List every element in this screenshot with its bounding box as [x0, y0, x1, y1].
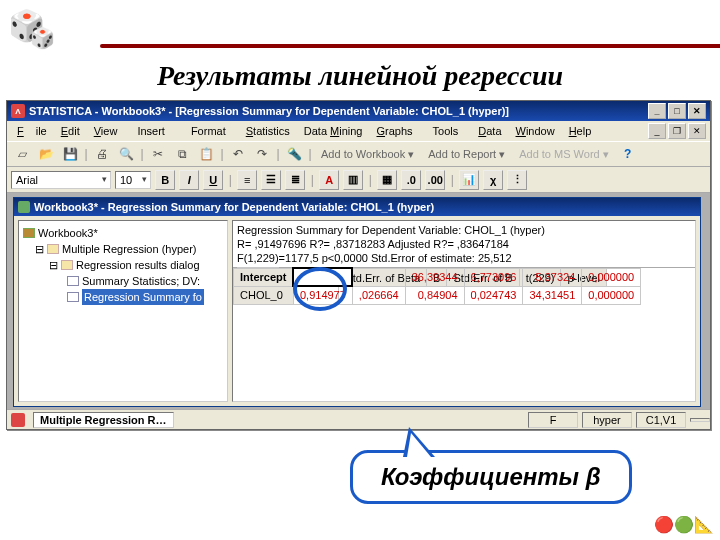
- results-header: Regression Summary for Dependent Variabl…: [233, 221, 695, 268]
- title-rule: [100, 44, 720, 48]
- fontcolor-button[interactable]: A: [319, 170, 339, 190]
- decimals-dec-button[interactable]: .00: [425, 170, 445, 190]
- help-icon[interactable]: ?: [617, 143, 639, 165]
- tree-root[interactable]: Workbook3*: [38, 225, 98, 241]
- corner-decoration: 🔴🟢📐: [654, 515, 714, 534]
- new-icon[interactable]: ▱: [11, 143, 33, 165]
- cell-b-intercept[interactable]: 36,39344: [405, 268, 464, 286]
- cases-icon[interactable]: ⋮: [507, 170, 527, 190]
- menubar: File Edit View Insert Format Statistics …: [7, 121, 710, 141]
- preview-icon[interactable]: 🔍: [115, 143, 137, 165]
- format-toolbar: Arial 10 B I U | ≡ ☰ ≣ | A ▥ | ▦ .0 .00 …: [7, 167, 710, 193]
- cut-icon[interactable]: ✂: [147, 143, 169, 165]
- align-center-button[interactable]: ☰: [261, 170, 281, 190]
- row-intercept-hdr[interactable]: Intercept: [234, 268, 294, 286]
- copy-icon[interactable]: ⧉: [171, 143, 193, 165]
- summary-line-2: R= ,91497696 R?= ,83718283 Adjusted R?= …: [237, 237, 691, 251]
- menu-window[interactable]: Window: [510, 123, 561, 139]
- print-icon[interactable]: 🖨: [91, 143, 113, 165]
- menu-file[interactable]: File: [11, 123, 53, 139]
- tree-multiple-regression[interactable]: Multiple Regression (hyper): [62, 241, 197, 257]
- undo-icon[interactable]: ↶: [227, 143, 249, 165]
- minimize-button[interactable]: _: [648, 103, 666, 119]
- tree-regression-summary[interactable]: Regression Summary fo: [82, 289, 204, 305]
- paste-icon[interactable]: 📋: [195, 143, 217, 165]
- menu-graphs[interactable]: Graphs: [370, 123, 418, 139]
- status-empty: [690, 418, 710, 422]
- row-chol0-hdr[interactable]: CHOL_0: [234, 286, 294, 304]
- tree-results-dialog[interactable]: Regression results dialog: [76, 257, 200, 273]
- add-report-dropdown[interactable]: Add to Report ▾: [422, 148, 511, 161]
- maximize-button[interactable]: □: [668, 103, 686, 119]
- cell-p-chol0[interactable]: 0,000000: [582, 286, 641, 304]
- results-grid-body[interactable]: Intercept 36,39344 6,773096 5,37324 0,00…: [233, 267, 641, 305]
- mdi-area: Workbook3* - Regression Summary for Depe…: [7, 193, 710, 409]
- cell-t-intercept[interactable]: 5,37324: [523, 268, 582, 286]
- mdi-close-button[interactable]: ✕: [688, 123, 706, 139]
- workbook-icon: [18, 201, 30, 213]
- dice-decoration-2: 🎲: [30, 26, 55, 50]
- italic-button[interactable]: I: [179, 170, 199, 190]
- decimals-inc-button[interactable]: .0: [401, 170, 421, 190]
- slide-title: Результаты линейной регрессии: [0, 60, 720, 92]
- results-pane: Regression Summary for Dependent Variabl…: [232, 220, 696, 402]
- vars-icon[interactable]: χ: [483, 170, 503, 190]
- summary-line-3: F(1,229)=1177,5 p<0,0000 Std.Error of es…: [237, 251, 691, 265]
- child-titlebar: Workbook3* - Regression Summary for Depe…: [14, 198, 700, 216]
- cell-beta-chol0[interactable]: 0,914977: [293, 286, 352, 304]
- chart-icon[interactable]: 📊: [459, 170, 479, 190]
- workbook-child-window: Workbook3* - Regression Summary for Depe…: [13, 197, 701, 407]
- status-f: F: [528, 412, 578, 428]
- main-toolbar: ▱ 📂 💾 | 🖨 🔍 | ✂ ⧉ 📋 | ↶ ↷ | 🔦 | Add to W…: [7, 141, 710, 167]
- window-title: STATISTICA - Workbook3* - [Regression Su…: [29, 105, 509, 117]
- callout-label: Коэффициенты β: [381, 463, 601, 490]
- titlebar: Λ STATISTICA - Workbook3* - [Regression …: [7, 101, 710, 121]
- underline-button[interactable]: U: [203, 170, 223, 190]
- status-tab[interactable]: Multiple Regression R…: [33, 412, 174, 428]
- bold-button[interactable]: B: [155, 170, 175, 190]
- fillcolor-button[interactable]: ▥: [343, 170, 363, 190]
- cell-seb-chol0[interactable]: 0,024743: [464, 286, 523, 304]
- redo-icon[interactable]: ↷: [251, 143, 273, 165]
- fontsize-combo[interactable]: 10: [115, 171, 151, 189]
- child-window-title: Workbook3* - Regression Summary for Depe…: [34, 201, 434, 213]
- menu-view[interactable]: View: [88, 123, 124, 139]
- menu-format[interactable]: Format: [179, 123, 238, 139]
- menu-datamining[interactable]: Data Mining: [298, 123, 369, 139]
- tree-summary-stats[interactable]: Summary Statistics; DV:: [82, 273, 200, 289]
- save-icon[interactable]: 💾: [59, 143, 81, 165]
- app-icon: Λ: [11, 104, 25, 118]
- cell-sebeta-chol0[interactable]: ,026664: [352, 286, 405, 304]
- add-msword-dropdown[interactable]: Add to MS Word ▾: [513, 148, 615, 161]
- menu-data[interactable]: Data: [472, 123, 507, 139]
- statusbar: Multiple Regression R… F hyper C1,V1: [7, 409, 710, 429]
- callout-beta: Коэффициенты β: [350, 450, 632, 504]
- cell-beta-intercept[interactable]: [293, 268, 352, 286]
- find-icon[interactable]: 🔦: [283, 143, 305, 165]
- status-hyper: hyper: [582, 412, 632, 428]
- cell-t-chol0[interactable]: 34,31451: [523, 286, 582, 304]
- workbook-tree[interactable]: Workbook3* ⊟Multiple Regression (hyper) …: [18, 220, 228, 402]
- cell-p-intercept[interactable]: 0,000000: [582, 268, 641, 286]
- status-cell: C1,V1: [636, 412, 686, 428]
- status-app-icon: [11, 413, 25, 427]
- menu-edit[interactable]: Edit: [55, 123, 86, 139]
- align-right-button[interactable]: ≣: [285, 170, 305, 190]
- open-icon[interactable]: 📂: [35, 143, 57, 165]
- add-workbook-dropdown[interactable]: Add to Workbook ▾: [315, 148, 420, 161]
- statistica-app-window: Λ STATISTICA - Workbook3* - [Regression …: [6, 100, 711, 430]
- close-button[interactable]: ✕: [688, 103, 706, 119]
- menu-statistics[interactable]: Statistics: [240, 123, 296, 139]
- cell-sebeta-intercept[interactable]: [352, 268, 405, 286]
- summary-line-1: Regression Summary for Dependent Variabl…: [237, 223, 691, 237]
- mdi-minimize-button[interactable]: _: [648, 123, 666, 139]
- cell-b-chol0[interactable]: 0,84904: [405, 286, 464, 304]
- menu-help[interactable]: Help: [563, 123, 598, 139]
- mdi-restore-button[interactable]: ❐: [668, 123, 686, 139]
- menu-insert[interactable]: Insert: [125, 123, 177, 139]
- font-combo[interactable]: Arial: [11, 171, 111, 189]
- align-left-button[interactable]: ≡: [237, 170, 257, 190]
- borders-button[interactable]: ▦: [377, 170, 397, 190]
- menu-tools[interactable]: Tools: [421, 123, 471, 139]
- cell-seb-intercept[interactable]: 6,773096: [464, 268, 523, 286]
